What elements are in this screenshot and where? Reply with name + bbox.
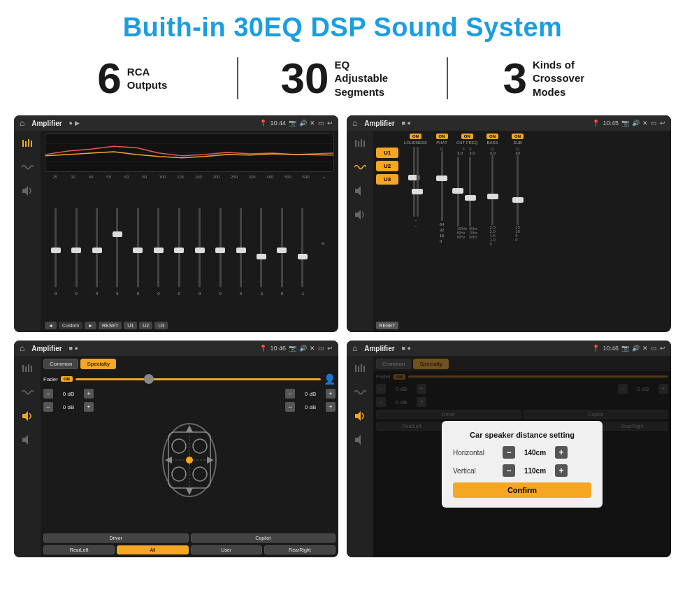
spk-fader-on[interactable]: ON [61,376,73,382]
cross-cutfreq-on[interactable]: ON [461,134,473,139]
spk-home-icon[interactable]: ⌂ [20,343,24,353]
eq-thumb-7[interactable] [174,248,184,253]
dialog-confirm-btn[interactable]: Confirm [453,482,591,498]
eq-thumb-8[interactable] [195,248,205,253]
dialog-horizontal-value: 140cm [519,449,551,457]
eq-prev-btn[interactable]: ◄ [45,322,57,329]
spk-sidebar-extra-icon[interactable] [19,431,36,448]
eq-sidebar-eq-icon[interactable] [19,135,36,152]
spk-db-rr-minus[interactable]: − [285,402,295,412]
spk-db-rl-minus[interactable]: − [43,402,53,412]
eq-slider-9[interactable]: 0 [210,205,229,296]
cross-loudness-on[interactable]: ON [410,134,421,139]
cross-sidebar-speaker-icon[interactable] [352,182,368,199]
eq-sidebar-wave-icon[interactable] [19,159,36,176]
eq-back-icon[interactable]: ↩ [327,120,333,127]
spk-fader-slider[interactable] [75,378,321,380]
dialog-horizontal-minus[interactable]: − [503,446,515,459]
spk-db-rr-plus[interactable]: + [326,402,336,412]
eq-home-icon[interactable]: ⌂ [20,118,24,128]
eq-slider-8[interactable]: 0 [190,205,209,296]
cross-sub-thumb[interactable] [512,197,524,203]
spk-sidebar-wave-icon[interactable] [19,384,36,401]
eq-thumb-5[interactable] [133,248,143,253]
dlg-home-icon[interactable]: ⌂ [352,343,357,353]
spk-all-btn[interactable]: All [117,545,188,554]
spk-db-fl-minus[interactable]: − [43,389,53,399]
eq-slider-1[interactable]: 0 [46,205,65,296]
cross-phat-thumb[interactable] [436,176,447,181]
dlg-sidebar-extra-icon[interactable] [352,431,368,448]
eq-next-btn[interactable]: ► [85,322,96,329]
eq-thumb-10[interactable] [236,248,246,253]
spk-copilot-btn[interactable]: Copilot [191,533,336,543]
eq-slider-6[interactable]: 0 [149,205,168,296]
eq-thumb-12[interactable] [277,248,287,253]
eq-thumb-11[interactable] [257,254,266,259]
cross-cutfreq-thumb1[interactable] [452,188,463,194]
spk-fader-thumb[interactable] [144,374,154,384]
cross-sub-on[interactable]: ON [512,134,524,139]
cross-bass-thumb[interactable] [487,194,498,199]
spk-rearleft-btn[interactable]: RearLeft [43,545,115,554]
spk-db-rl-plus[interactable]: + [84,402,94,412]
cross-u3-btn[interactable]: U3 [376,174,398,185]
cross-u2-btn[interactable]: U2 [376,161,398,171]
cross-phat-on[interactable]: ON [436,134,448,139]
cross-cutfreq-thumb2[interactable] [465,195,476,201]
eq-custom-btn[interactable]: Custom [59,322,82,329]
spk-back-icon[interactable]: ↩ [327,345,333,352]
eq-reset-btn[interactable]: RESET [99,322,122,329]
dlg-sidebar-speaker-icon[interactable] [352,408,368,424]
spk-db-fl-plus[interactable]: + [84,389,94,399]
eq-u1-btn[interactable]: U1 [124,322,137,329]
spk-rearright-btn[interactable]: RearRight [264,545,336,554]
cross-reset-btn[interactable]: RESET [376,322,398,329]
spk-sidebar-speaker-icon[interactable] [19,408,36,424]
cross-sidebar-eq-icon[interactable] [352,135,368,152]
eq-slider-12[interactable]: 0 [273,205,291,296]
dlg-sidebar-eq-icon[interactable] [352,360,368,377]
spk-tab-common[interactable]: Common [43,359,78,369]
svg-rect-14 [22,365,24,372]
eq-thumb-9[interactable] [215,248,225,253]
dialog-vertical-plus[interactable]: + [555,464,568,477]
eq-slider-7[interactable]: 0 [170,205,189,296]
dialog-vertical-minus[interactable]: − [503,464,515,477]
spk-sidebar-eq-icon[interactable] [19,360,36,377]
eq-thumb-13[interactable] [298,254,308,259]
eq-slider-5[interactable]: 0 [129,205,147,296]
dlg-back-icon[interactable]: ↩ [660,345,665,352]
spk-db-fr-minus[interactable]: − [285,389,295,399]
eq-slider-13[interactable]: -1 [293,205,312,296]
eq-u2-btn[interactable]: U2 [139,322,152,329]
spk-driver-btn[interactable]: Driver [43,533,189,543]
cross-dots: ■ ● [402,120,411,127]
spk-sidebar [14,356,41,557]
eq-slider-11[interactable]: -1 [252,205,271,296]
eq-slider-2[interactable]: 0 [66,205,85,296]
cross-sidebar-arrow-icon[interactable] [352,206,368,223]
eq-thumb-3[interactable] [92,248,102,253]
eq-thumb-6[interactable] [154,248,164,253]
spk-person-icon[interactable]: 👤 [324,373,336,385]
cross-back-icon[interactable]: ↩ [660,120,665,127]
eq-thumb-2[interactable] [71,248,81,253]
spk-db-fr-plus[interactable]: + [326,389,336,399]
dialog-horizontal-plus[interactable]: + [555,446,568,459]
spk-tab-specialty[interactable]: Specialty [80,359,115,369]
cross-home-icon[interactable]: ⌂ [352,118,357,128]
eq-thumb-1[interactable] [51,248,61,253]
cross-bass-on[interactable]: ON [486,134,498,139]
cross-sidebar-wave-icon[interactable] [352,159,368,176]
cross-u1-btn[interactable]: U1 [376,148,398,158]
eq-u3-btn[interactable]: U3 [154,322,168,329]
cross-loudness-thumb2[interactable] [412,189,423,194]
eq-slider-10[interactable]: 0 [231,205,250,296]
eq-thumb-4[interactable] [113,231,122,237]
eq-slider-3[interactable]: 0 [87,205,106,296]
eq-slider-4[interactable]: 5 [108,205,127,296]
eq-sidebar-speaker-icon[interactable] [19,182,36,199]
spk-user-btn[interactable]: User [191,545,262,554]
dlg-sidebar-wave-icon[interactable] [352,384,368,401]
